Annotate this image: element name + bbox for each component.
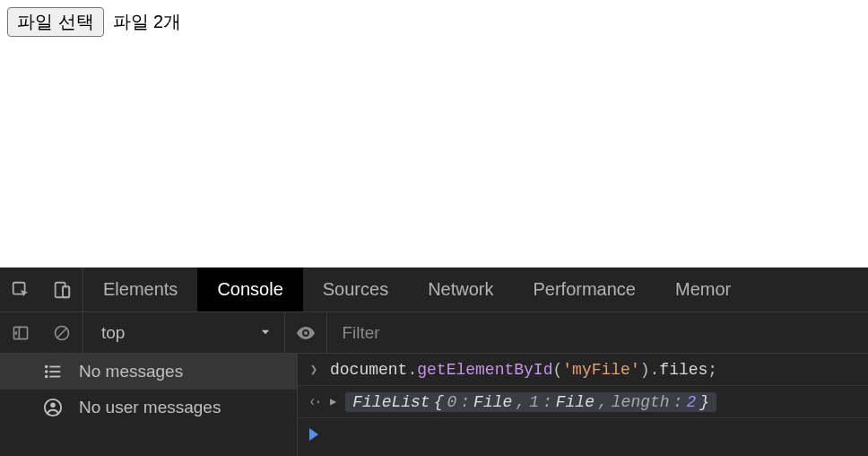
console-sidebar: No messages No user messages [0,354,298,456]
filter-field[interactable] [327,312,868,353]
svg-point-11 [46,366,48,368]
page-viewport: 파일 선택 파일 2개 [0,0,868,267]
sidebar-item-no-messages[interactable]: No messages [0,354,297,390]
console-log[interactable]: document.getElementById('myFile').files;… [298,354,868,456]
context-value: top [101,323,125,343]
chevron-right-icon [307,428,321,441]
execution-context-select[interactable]: top [83,312,284,353]
file-selected-status: 파일 2개 [113,10,182,34]
sidebar-item-label: No user messages [79,398,221,417]
chevron-down-icon [259,323,272,343]
tab-sources[interactable]: Sources [303,267,408,311]
chevron-right-icon [307,362,321,377]
tab-network[interactable]: Network [408,267,513,311]
console-entry-output[interactable]: ▶ FileList {0: File, 1: File, length: 2} [298,386,868,418]
tab-elements[interactable]: Elements [83,267,197,311]
console-prompt[interactable] [298,418,868,451]
device-toolbar-icon[interactable] [41,267,82,311]
expand-triangle-icon[interactable]: ▶ [330,395,336,408]
sidebar-item-no-user-messages[interactable]: No user messages [0,390,297,425]
tab-console[interactable]: Console [197,267,302,311]
user-icon [43,398,63,417]
console-body: No messages No user messages document.ge… [0,354,868,456]
devtools-panel: Elements Console Sources Network Perform… [0,267,868,456]
tab-memory[interactable]: Memor [655,267,751,311]
console-code: document.getElementById('myFile').files; [330,361,717,379]
output-arrow-icon [307,394,321,410]
list-icon [43,362,63,381]
console-toolbar: top [0,312,868,354]
tab-performance[interactable]: Performance [514,267,656,311]
inspect-element-icon[interactable] [0,267,41,311]
clear-console-icon[interactable] [41,312,82,353]
svg-line-7 [57,329,66,338]
svg-point-15 [50,403,56,408]
toggle-sidebar-icon[interactable] [0,312,41,353]
svg-point-12 [46,371,48,373]
live-expression-icon[interactable] [285,312,326,353]
svg-rect-2 [63,286,69,297]
file-input[interactable]: 파일 선택 파일 2개 [7,7,181,37]
devtools-tabstrip: Elements Console Sources Network Perform… [0,267,868,312]
console-entry-input: document.getElementById('myFile').files; [298,354,868,386]
filter-input[interactable] [340,320,868,346]
file-choose-button[interactable]: 파일 선택 [7,7,104,37]
sidebar-item-label: No messages [79,362,183,381]
svg-point-13 [46,376,48,378]
console-output-object[interactable]: FileList {0: File, 1: File, length: 2} [345,392,716,412]
